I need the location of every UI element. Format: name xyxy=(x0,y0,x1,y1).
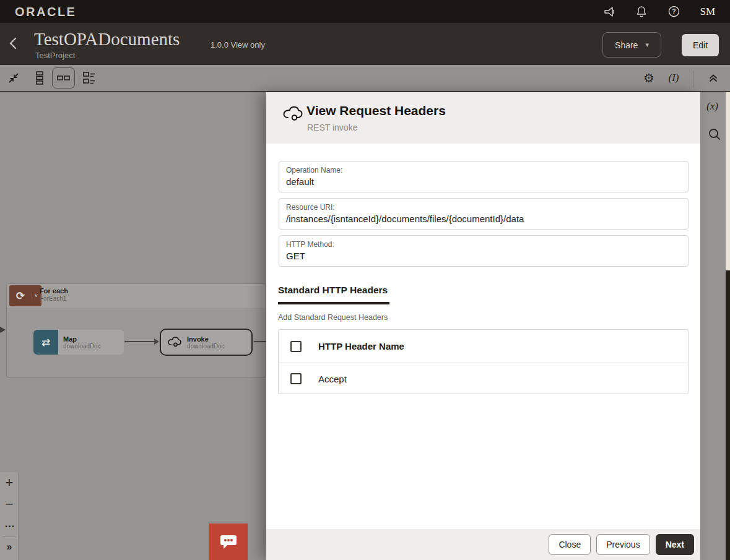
resource-uri-label: Resource URI: xyxy=(286,203,335,212)
project-header-bar: TestOPADocuments TestProject 1.0.0 View … xyxy=(0,23,730,64)
http-method-label: HTTP Method: xyxy=(286,240,334,249)
zoom-out-button[interactable]: − xyxy=(0,496,19,512)
rest-invoke-cloud-icon xyxy=(282,106,303,123)
back-button[interactable] xyxy=(7,37,21,50)
headers-table: HTTP Header Name Accept xyxy=(278,329,689,394)
panel-header: View Request Headers REST invoke xyxy=(266,92,700,144)
panel-title: View Request Headers xyxy=(306,103,446,118)
collapse-panel-icon[interactable] xyxy=(705,69,722,87)
map-swap-icon: ⇄ xyxy=(33,330,58,355)
toolbar-divider xyxy=(693,71,693,88)
http-method-value: GET xyxy=(286,251,305,261)
foreach-loop-icon[interactable]: ⟳ ˅ xyxy=(9,285,41,306)
user-avatar[interactable]: SM xyxy=(700,6,715,18)
operation-name-field[interactable]: Operation Name: default xyxy=(279,161,689,192)
variables-x-icon[interactable]: (x) xyxy=(706,100,718,113)
row-checkbox[interactable] xyxy=(290,373,302,384)
resource-uri-field[interactable]: Resource URI: /instances/{isntanceId}/do… xyxy=(279,198,689,230)
chat-feedback-button[interactable] xyxy=(209,523,248,560)
version-status: 1.0.0 View only xyxy=(211,40,265,50)
swap-glyph: ⇄ xyxy=(41,336,50,349)
chat-bubble-icon xyxy=(219,533,238,550)
chevron-down-icon: ▾ xyxy=(645,41,649,49)
tree-view-icon[interactable] xyxy=(80,69,98,87)
project-name: TestProject xyxy=(35,51,75,60)
top-bar: ORACLE ? SM xyxy=(0,0,730,23)
help-icon[interactable]: ? xyxy=(667,6,680,18)
tab-standard-http-headers[interactable]: Standard HTTP Headers xyxy=(278,285,388,296)
http-method-field[interactable]: HTTP Method: GET xyxy=(279,235,689,267)
connector-line xyxy=(124,341,154,342)
more-actions-button[interactable]: … xyxy=(0,518,19,530)
table-header-row: HTTP Header Name xyxy=(279,330,688,363)
scrollbar-thumb[interactable] xyxy=(726,270,730,560)
scrollbar-track xyxy=(726,92,730,270)
share-button[interactable]: Share ▾ xyxy=(602,32,661,58)
close-button[interactable]: Close xyxy=(549,534,591,555)
gear-glyph: ⚙ xyxy=(643,71,654,85)
panel-footer: Close Previous Next xyxy=(266,529,700,560)
foreach-name: ForEach1 xyxy=(40,295,66,302)
map-node[interactable]: ⇄ Map downloadDoc xyxy=(33,330,124,355)
app-window: ORACLE ? SM xyxy=(0,0,730,560)
map-node-name: downloadDoc xyxy=(63,343,101,350)
i-glyph: (I) xyxy=(669,72,679,84)
canvas-zoom-controls: + − … » xyxy=(0,472,19,560)
invoke-node-title: Invoke xyxy=(187,335,225,343)
settings-gear-icon[interactable]: ⚙ xyxy=(640,69,658,87)
integration-title: TestOPADocuments xyxy=(34,29,180,50)
operation-name-label: Operation Name: xyxy=(286,166,342,174)
horizontal-layout-button-selected[interactable] xyxy=(52,67,75,88)
fit-to-screen-icon[interactable] xyxy=(5,69,22,87)
announcements-icon[interactable] xyxy=(603,6,615,18)
integration-properties-icon[interactable]: (I) xyxy=(665,69,682,87)
resource-uri-value: /instances/{isntanceId}/documents/files/… xyxy=(286,213,524,224)
foreach-title: For each xyxy=(40,287,68,295)
operation-name-value: default xyxy=(286,176,314,187)
invoke-node-selected[interactable]: Invoke downloadDoc xyxy=(160,329,253,356)
search-icon[interactable] xyxy=(708,127,721,141)
svg-text:?: ? xyxy=(672,7,676,15)
view-request-headers-panel: View Request Headers REST invoke Operati… xyxy=(266,92,700,560)
canvas-toolbar: ⚙ (I) xyxy=(0,64,730,92)
zoom-in-button[interactable]: + xyxy=(0,475,19,491)
connector-line xyxy=(254,341,267,342)
oracle-logo: ORACLE xyxy=(15,5,76,19)
notifications-bell-icon[interactable] xyxy=(635,6,648,18)
connector-arrowhead xyxy=(154,338,159,345)
expand-panel-button[interactable]: » xyxy=(0,541,19,553)
map-node-title: Map xyxy=(63,335,101,343)
edit-button[interactable]: Edit xyxy=(682,34,719,56)
invoke-node-name: downloadDoc xyxy=(187,343,225,350)
table-caption: Add Standard Request Headers xyxy=(278,313,388,322)
chevron-down-icon: ˅ xyxy=(32,293,40,299)
header-name-cell: Accept xyxy=(318,374,347,384)
vertical-layout-icon[interactable] xyxy=(31,69,48,87)
cloud-invoke-icon xyxy=(167,337,182,348)
table-row[interactable]: Accept xyxy=(279,363,688,394)
column-header: HTTP Header Name xyxy=(318,341,404,351)
share-label: Share xyxy=(615,40,638,50)
next-button[interactable]: Next xyxy=(656,534,694,555)
previous-button[interactable]: Previous xyxy=(596,534,650,555)
panel-subtitle: REST invoke xyxy=(307,123,357,132)
loop-glyph: ⟳ xyxy=(9,290,32,303)
select-all-checkbox[interactable] xyxy=(290,341,302,352)
incoming-connector-arrowhead xyxy=(0,327,6,333)
tab-active-underline xyxy=(278,302,389,304)
zoom-strip-divider xyxy=(2,536,16,537)
